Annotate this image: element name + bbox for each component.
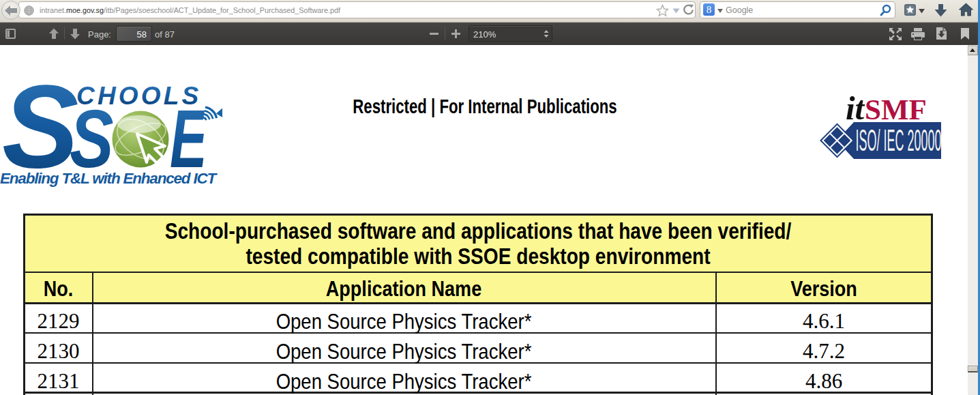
- svg-text:Enabling T&L with Enhanced ICT: Enabling T&L with Enhanced ICT: [0, 170, 218, 187]
- svg-text:ISO/ IEC 20000: ISO/ IEC 20000: [856, 123, 942, 157]
- svg-text:SMF: SMF: [865, 93, 927, 126]
- svg-text:it: it: [846, 89, 865, 127]
